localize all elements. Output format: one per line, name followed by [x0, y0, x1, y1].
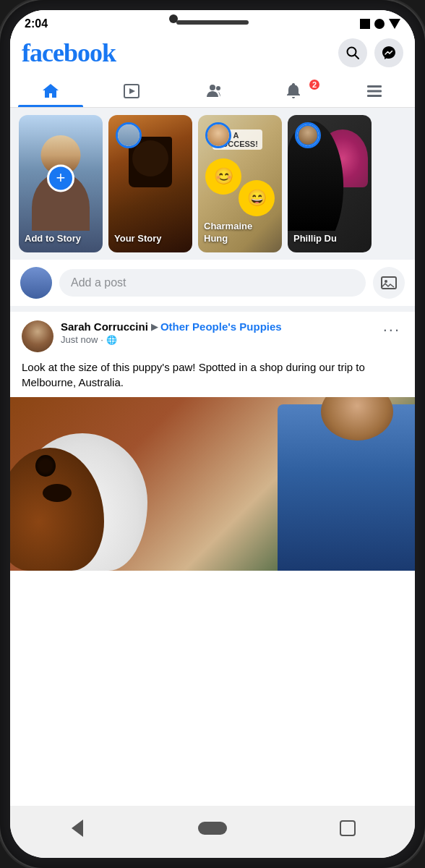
facebook-logo: facebook — [22, 38, 116, 68]
wifi-icon — [389, 19, 400, 29]
phone-screen: 2:04 facebook — [10, 10, 415, 858]
status-time: 2:04 — [25, 17, 48, 30]
author-name: Sarah Corruccini ▶ Other People's Puppie… — [61, 320, 282, 333]
speaker — [176, 20, 249, 25]
svg-rect-8 — [367, 95, 382, 97]
dot-separator: · — [100, 334, 103, 345]
search-button[interactable] — [338, 38, 367, 67]
tab-home[interactable] — [10, 74, 91, 107]
post-image — [10, 397, 415, 571]
your-story-label: Your Story — [114, 233, 186, 245]
messenger-button[interactable] — [374, 38, 403, 67]
feed-post: Sarah Corruccini ▶ Other People's Puppie… — [10, 312, 415, 571]
story-charmaine[interactable]: 😊 😄 IT'S ASUCCESS! Charmaine Hung — [198, 115, 282, 252]
nav-recents-button[interactable] — [333, 814, 362, 843]
groups-icon — [202, 81, 223, 101]
notification-badge: 2 — [308, 78, 321, 91]
screen-content: 2:04 facebook — [10, 10, 415, 806]
messenger-icon — [381, 45, 397, 61]
phillip-label: Phillip Du — [293, 233, 366, 245]
privacy-icon: 🌐 — [106, 335, 117, 345]
header-actions — [338, 38, 403, 67]
post-avatar — [22, 320, 53, 352]
story-phillip[interactable]: Phillip Du — [288, 115, 372, 252]
nav-back-button[interactable] — [63, 814, 92, 843]
compose-avatar — [20, 267, 52, 299]
battery-icon — [360, 19, 370, 29]
home-pill-icon — [198, 822, 227, 835]
post-meta: Just now · 🌐 — [61, 334, 282, 345]
story-your[interactable]: Your Story — [108, 115, 192, 252]
menu-icon — [365, 82, 384, 101]
svg-rect-6 — [367, 85, 382, 88]
svg-line-1 — [355, 55, 359, 59]
back-icon — [72, 820, 83, 837]
your-story-avatar — [116, 122, 142, 148]
charmaine-label: Charmaine Hung — [204, 221, 276, 245]
post-group[interactable]: Other People's Puppies — [160, 320, 282, 333]
nav-home-button[interactable] — [198, 814, 227, 843]
tab-menu[interactable] — [334, 74, 415, 107]
post-header: Sarah Corruccini ▶ Other People's Puppie… — [10, 312, 415, 357]
post-text: Look at the size of this puppy's paw! Sp… — [10, 357, 415, 397]
post-compose: Add a post — [10, 260, 415, 312]
app-header: facebook — [10, 35, 415, 74]
svg-point-5 — [216, 86, 220, 90]
phone-device: 2:04 facebook — [0, 0, 425, 868]
status-icons — [360, 19, 400, 29]
author-first-name: Sarah Corruccini — [61, 320, 148, 333]
bell-icon — [284, 82, 303, 101]
post-author-info: Sarah Corruccini ▶ Other People's Puppie… — [22, 320, 282, 352]
charmaine-avatar — [205, 122, 231, 148]
svg-point-10 — [385, 280, 387, 283]
camera — [169, 14, 178, 23]
tab-groups[interactable] — [172, 74, 253, 107]
svg-point-4 — [210, 85, 215, 90]
svg-rect-7 — [367, 90, 382, 93]
photo-icon — [380, 274, 398, 292]
recents-icon — [340, 820, 356, 836]
story-add[interactable]: + Add to Story — [19, 115, 103, 252]
compose-photo-button[interactable] — [373, 267, 405, 299]
nav-tabs: 2 — [10, 74, 415, 108]
search-icon — [345, 46, 360, 60]
bottom-navigation — [10, 806, 415, 858]
tab-notifications[interactable]: 2 — [253, 74, 334, 107]
phillip-avatar — [295, 122, 321, 148]
svg-marker-3 — [129, 88, 135, 94]
stories-container: + Add to Story Your Story — [10, 108, 415, 260]
tab-watch[interactable] — [91, 74, 172, 107]
signal-icon — [374, 19, 385, 29]
post-timestamp: Just now — [61, 334, 98, 345]
home-icon — [41, 82, 60, 101]
story-add-plus: + — [47, 164, 74, 192]
story-add-label: Add to Story — [25, 233, 97, 245]
post-more-button[interactable]: ··· — [380, 320, 403, 339]
watch-icon — [122, 82, 141, 101]
post-author-text: Sarah Corruccini ▶ Other People's Puppie… — [61, 320, 282, 345]
compose-input[interactable]: Add a post — [59, 269, 366, 297]
post-arrow: ▶ — [151, 322, 158, 332]
